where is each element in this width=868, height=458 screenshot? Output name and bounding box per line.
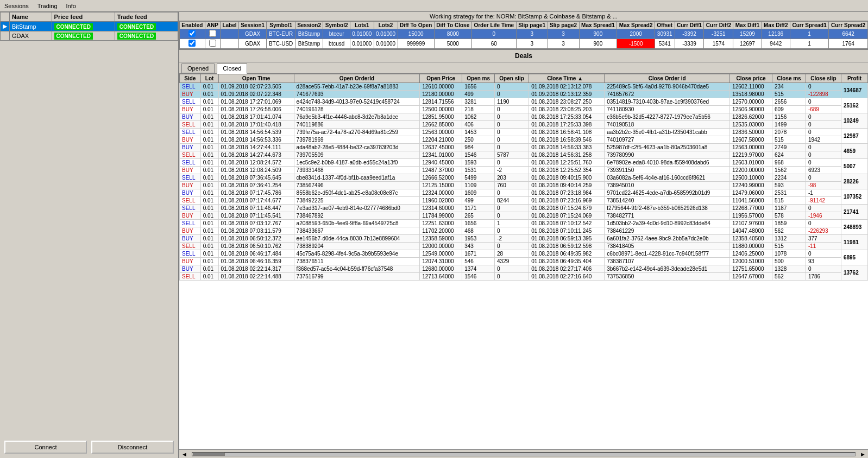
table-row[interactable]: SELL 0.01 01.08.2018 14:56:54.539 739fe7… bbox=[180, 129, 868, 136]
deals-col-openms[interactable]: Open ms bbox=[462, 74, 495, 83]
deal-closetime2: 01.08.2018 14:56:31.258 bbox=[529, 151, 605, 159]
connect-button[interactable]: Connect bbox=[4, 441, 87, 454]
table-row[interactable]: SELL 0.01 01.08.2018 07:36:45.645 cbe834… bbox=[180, 174, 868, 182]
arb-col-currdiff1[interactable]: Curr Diff1 bbox=[675, 22, 704, 29]
table-row[interactable]: BUY 0.01 01.08.2018 02:22:14.317 f368ed5… bbox=[180, 265, 868, 273]
scroll-track[interactable] bbox=[192, 452, 856, 456]
table-row[interactable]: SELL 0.01 01.08.2018 07:17:44.677 738492… bbox=[180, 197, 868, 205]
table-row[interactable]: SELL 0.01 01.08.2018 17:01:40.418 740119… bbox=[180, 121, 868, 129]
table-row[interactable]: BUY 0.01 01.09.2018 02:07:22.348 7416776… bbox=[180, 91, 868, 98]
deal-side2: BUY bbox=[180, 182, 201, 189]
table-row[interactable]: BUY 0.01 01.08.2018 07:36:41.254 7385674… bbox=[180, 182, 868, 189]
arb-anp[interactable] bbox=[205, 29, 221, 39]
table-row[interactable]: BUY 0.01 01.08.2018 06:50:12.372 ee1456b… bbox=[180, 235, 868, 243]
horizontal-scrollbar[interactable]: ◄ ► bbox=[179, 449, 868, 458]
deal-opentime2: 01.08.2018 17:01:40.418 bbox=[218, 121, 294, 129]
arb-col-currspread1[interactable]: Curr Spread1 bbox=[790, 22, 828, 29]
deal-closeslip1: 0 bbox=[806, 265, 841, 273]
arb-col-anp[interactable]: ANP bbox=[205, 22, 221, 29]
table-row[interactable]: BUY 0.01 01.08.2018 06:46:16.359 7383765… bbox=[180, 258, 868, 265]
arb-col-slip2[interactable]: Slip page2 bbox=[548, 22, 579, 29]
table-row[interactable]: BUY 0.01 01.08.2018 17:01:41.074 76a9e5b… bbox=[180, 113, 868, 121]
table-row[interactable]: BUY 0.01 01.08.2018 17:26:58.006 7401961… bbox=[180, 106, 868, 113]
deal-closeslip1: 0 bbox=[806, 250, 841, 258]
table-row[interactable]: SELL 0.01 01.08.2018 12:08:24.572 1ec5c9… bbox=[180, 159, 868, 167]
deals-col-orderid[interactable]: Open OrderId bbox=[294, 74, 420, 83]
deal-orderid1: ee1456b7-d0de-44ca-8030-7b13e8899604 bbox=[294, 235, 420, 243]
table-row[interactable]: ▶ BitStamp CONNECTED CONNECTED bbox=[1, 22, 178, 31]
deals-col-closems[interactable]: Close ms bbox=[772, 74, 806, 83]
arb-diffclose: 8000 bbox=[434, 29, 471, 39]
arb-col-session2[interactable]: Session2 bbox=[295, 22, 323, 29]
arb-col-slip1[interactable]: Slip page1 bbox=[516, 22, 548, 29]
scroll-right-arrow[interactable]: ► bbox=[858, 451, 868, 457]
deal-openprice2: 12180.00000 bbox=[420, 91, 462, 98]
table-row[interactable]: SELL 0.01 01.09.2018 02:07:23.505 d28ace… bbox=[180, 83, 868, 91]
arb-enabled[interactable] bbox=[180, 39, 205, 49]
deals-col-closeprice[interactable]: Close price bbox=[730, 74, 772, 83]
deals-col-openslip[interactable]: Open slip bbox=[495, 74, 529, 83]
arb-col-lots2[interactable]: Lots2 bbox=[374, 22, 398, 29]
table-row[interactable]: SELL 0.01 01.08.2018 02:22:14.488 737516… bbox=[180, 273, 868, 281]
arb-col-diff-open[interactable]: Diff To Open bbox=[398, 22, 434, 29]
deal-closeorderid2: 740190518 bbox=[605, 121, 730, 129]
deals-col-closetime[interactable]: Close Time ▲ bbox=[529, 74, 605, 83]
arb-col-offset[interactable]: Offset bbox=[655, 22, 675, 29]
table-row[interactable]: SELL 0.01 01.08.2018 07:11:46.447 7e3ad3… bbox=[180, 205, 868, 212]
deal-closeprice1: 12268.77000 bbox=[730, 205, 772, 212]
table-row[interactable]: BUY 0.01 01.08.2018 12:08:24.509 7393314… bbox=[180, 167, 868, 174]
arb-col-maxdiff1[interactable]: Max Diff1 bbox=[733, 22, 762, 29]
arb-col-lifetime[interactable]: Order Life Time bbox=[471, 22, 516, 29]
deals-col-closeorderid[interactable]: Close Order id bbox=[605, 74, 730, 83]
deal-closeslip2: -98 bbox=[806, 182, 841, 189]
deals-col-opentime[interactable]: Open Time bbox=[218, 74, 294, 83]
table-row[interactable]: BUY 0.01 01.08.2018 07:03:11.579 7384336… bbox=[180, 227, 868, 235]
arb-col-maxspread2[interactable]: Max Spread2 bbox=[617, 22, 655, 29]
arb-col-currdiff2[interactable]: Curr Diff2 bbox=[704, 22, 733, 29]
deal-side1: SELL bbox=[180, 174, 201, 182]
arb-table-row[interactable]: GDAXBTC-USDBitStampbtcusd0.010000.010009… bbox=[180, 39, 868, 49]
disconnect-button[interactable]: Disconnect bbox=[91, 441, 174, 454]
deal-opentime1: 01.08.2018 17:27:01.069 bbox=[218, 98, 294, 106]
arb-col-maxdiff2[interactable]: Max Diff2 bbox=[762, 22, 790, 29]
tab-closed[interactable]: Closed bbox=[217, 63, 247, 74]
arb-col-lots1[interactable]: Lots1 bbox=[350, 22, 374, 29]
table-row[interactable]: SELL 0.01 01.08.2018 17:27:01.069 e424c7… bbox=[180, 98, 868, 106]
arb-enabled[interactable] bbox=[180, 29, 205, 39]
deals-table-container[interactable]: Side Lot Open Time Open OrderId Open Pri… bbox=[179, 74, 868, 449]
deals-col-profit[interactable]: Profit bbox=[841, 74, 867, 83]
menu-trading[interactable]: Trading bbox=[33, 2, 62, 10]
deals-col-lot[interactable]: Lot bbox=[200, 74, 218, 83]
arb-col-label[interactable]: Label bbox=[221, 22, 239, 29]
table-row[interactable]: SELL 0.01 01.08.2018 06:50:10.762 738389… bbox=[180, 243, 868, 250]
deal-closeslip2: 1942 bbox=[806, 136, 841, 144]
scroll-left-arrow[interactable]: ◄ bbox=[179, 451, 190, 457]
arb-col-maxspread1[interactable]: Max Spread1 bbox=[579, 22, 617, 29]
tab-opened[interactable]: Opened bbox=[181, 63, 215, 73]
arb-diffopen: 15000 bbox=[398, 29, 434, 39]
arb-col-symbol1[interactable]: Symbol1 bbox=[267, 22, 295, 29]
arb-col-diff-close[interactable]: Diff To Close bbox=[434, 22, 471, 29]
arb-anp[interactable] bbox=[205, 39, 221, 49]
deals-col-closeslip[interactable]: Close slip bbox=[806, 74, 841, 83]
deal-lot2: 0.01 bbox=[200, 91, 218, 98]
arb-col-symbol2[interactable]: Symbol2 bbox=[323, 22, 350, 29]
table-row[interactable]: BUY 0.01 01.08.2018 14:27:44.111 ada48ab… bbox=[180, 144, 868, 151]
menu-info[interactable]: Info bbox=[62, 2, 80, 10]
menu-sessions[interactable]: Sessions bbox=[0, 2, 33, 10]
table-row[interactable]: SELL 0.01 01.08.2018 14:27:44.673 739705… bbox=[180, 151, 868, 159]
table-row[interactable]: BUY 0.01 01.08.2018 07:11:45.541 7384678… bbox=[180, 212, 868, 220]
arb-table-row[interactable]: GDAXBTC-EURBitStampbtceur0.010000.010001… bbox=[180, 29, 868, 39]
table-row[interactable]: SELL 0.01 01.08.2018 07:03:12.767 a20885… bbox=[180, 220, 868, 227]
arb-col-currspread2[interactable]: Curr Spread2 bbox=[829, 22, 868, 29]
arb-col-enabled[interactable]: Enabled bbox=[180, 22, 205, 29]
table-row[interactable]: BUY 0.01 01.08.2018 14:56:53.336 7397819… bbox=[180, 136, 868, 144]
deal-closeorderid2: 738461229 bbox=[605, 227, 730, 235]
table-row[interactable]: BUY 0.01 01.08.2018 07:17:45.786 8558b62… bbox=[180, 189, 868, 197]
deals-col-side[interactable]: Side bbox=[180, 74, 201, 83]
deal-closeorderid1: f2795644-91f2-487e-b359-b0652926d138 bbox=[605, 205, 730, 212]
table-row[interactable]: GDAX CONNECTED CONNECTED bbox=[1, 31, 178, 41]
arb-col-session1[interactable]: Session1 bbox=[238, 22, 267, 29]
table-row[interactable]: SELL 0.01 01.08.2018 06:46:17.484 45c75a… bbox=[180, 250, 868, 258]
deals-col-openprice[interactable]: Open Price bbox=[420, 74, 462, 83]
